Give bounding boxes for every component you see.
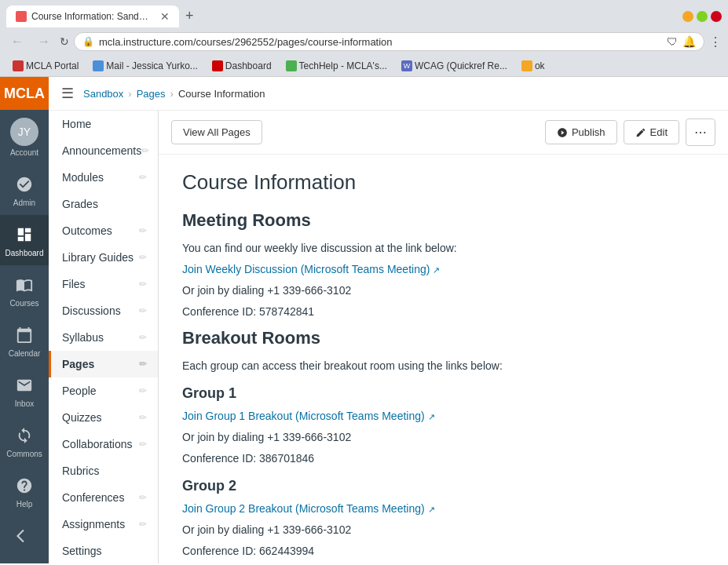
more-options-button[interactable]: ⋯ <box>686 118 715 146</box>
browser-titlebar: Course Information: Sandbox Cou... ✕ + <box>0 0 728 27</box>
course-nav-discussions[interactable]: Discussions ✏ <box>49 297 158 324</box>
bookmark-favicon <box>212 60 223 71</box>
view-all-pages-button[interactable]: View All Pages <box>171 120 262 144</box>
bookmark-dashboard[interactable]: Dashboard <box>206 58 278 74</box>
bookmark-ok[interactable]: ok <box>515 58 551 74</box>
course-nav-syllabus[interactable]: Syllabus ✏ <box>49 324 158 351</box>
bookmark-favicon <box>286 60 297 71</box>
hamburger-button[interactable]: ☰ <box>61 85 74 102</box>
avatar: JY <box>10 118 38 146</box>
weekly-discussion-link[interactable]: Join Weekly Discussion (Microsoft Teams … <box>182 263 440 275</box>
group2-link[interactable]: Join Group 2 Breakout (Microsoft Teams M… <box>182 502 435 515</box>
weekly-discussion-link-container: Join Weekly Discussion (Microsoft Teams … <box>182 261 704 278</box>
course-nav-collaborations[interactable]: Collaborations ✏ <box>49 431 158 457</box>
course-nav-settings[interactable]: Settings <box>49 538 158 563</box>
nav-label-settings: Settings <box>62 545 102 557</box>
course-nav-pages[interactable]: Pages ✏ <box>49 351 158 377</box>
nav-label-rubrics: Rubrics <box>62 465 99 477</box>
course-nav-quizzes[interactable]: Quizzes ✏ <box>49 404 158 431</box>
refresh-button[interactable]: ↻ <box>60 35 69 48</box>
close-button[interactable] <box>711 11 722 22</box>
edit-icon: ✏ <box>139 252 147 263</box>
inbox-icon <box>13 374 36 397</box>
nav-item-dashboard[interactable]: Dashboard <box>0 215 49 265</box>
back-button[interactable]: ← <box>6 33 28 50</box>
course-nav-announcements[interactable]: Announcements ✏ <box>49 137 158 164</box>
group1-link[interactable]: Join Group 1 Breakout (Microsoft Teams M… <box>182 410 435 422</box>
nav-label-admin: Admin <box>13 199 35 207</box>
course-nav-home[interactable]: Home <box>49 111 158 137</box>
nav-label-syllabus: Syllabus <box>62 331 104 344</box>
close-tab-icon[interactable]: ✕ <box>160 10 170 23</box>
address-bar[interactable]: 🔒 mcla.instructure.com/courses/2962552/p… <box>74 32 704 51</box>
course-nav-conferences[interactable]: Conferences ✏ <box>49 484 158 511</box>
course-nav-library-guides[interactable]: Library Guides ✏ <box>49 244 158 271</box>
new-tab-button[interactable]: + <box>179 5 200 27</box>
course-nav-rubrics[interactable]: Rubrics <box>49 457 158 484</box>
bookmark-wcag[interactable]: W WCAG (Quickref Re... <box>395 58 514 74</box>
edit-icon: ✏ <box>139 519 147 530</box>
bookmark-favicon <box>521 60 532 71</box>
calendar-icon <box>13 323 36 347</box>
minimize-button[interactable] <box>682 11 693 22</box>
edit-icon: ✏ <box>139 332 147 343</box>
nav-label-dashboard: Dashboard <box>5 249 44 257</box>
nav-collapse-button[interactable] <box>0 516 49 556</box>
nav-label-collaborations: Collaborations <box>62 438 133 450</box>
group2-dial: Or join by dialing +1 339-666-3102 <box>182 522 704 538</box>
course-nav: Home Announcements ✏ Modules ✏ Grades Ou… <box>49 111 159 563</box>
meeting-dial-info: Or join by dialing +1 339-666-3102 <box>182 282 704 299</box>
commons-icon <box>13 424 36 447</box>
bookmark-techhelp[interactable]: TechHelp - MCLA's... <box>280 58 393 74</box>
courses-icon <box>13 273 36 297</box>
breadcrumb-pages[interactable]: Pages <box>137 88 166 100</box>
course-nav-assignments[interactable]: Assignments ✏ <box>49 511 158 538</box>
edit-icon: ✏ <box>139 385 147 396</box>
meeting-rooms-intro: You can find our weekly live discussion … <box>182 240 704 257</box>
notification-icon: 🔔 <box>682 35 696 48</box>
nav-label-people: People <box>62 385 97 397</box>
publish-icon <box>557 127 568 138</box>
breadcrumb-sandbox[interactable]: Sandbox <box>83 88 123 100</box>
course-nav-files[interactable]: Files ✏ <box>49 271 158 297</box>
publish-label: Publish <box>572 126 605 138</box>
external-link-icon: ↗ <box>428 412 435 421</box>
edit-label: Edit <box>650 126 668 138</box>
address-text: mcla.instructure.com/courses/2962552/pag… <box>99 36 662 48</box>
global-nav: MCLA JY Account Admin Dashboard Courses <box>0 77 49 563</box>
mcla-logo[interactable]: MCLA <box>0 77 49 110</box>
browser-menu-button[interactable]: ⋮ <box>709 35 722 49</box>
forward-button[interactable]: → <box>33 33 55 50</box>
course-nav-grades[interactable]: Grades <box>49 191 158 217</box>
group2-conf: Conference ID: 662443994 <box>182 543 704 560</box>
nav-item-calendar[interactable]: Calendar <box>0 315 49 366</box>
course-nav-outcomes[interactable]: Outcomes ✏ <box>49 217 158 244</box>
shield-icon: 🛡 <box>667 35 678 48</box>
publish-button[interactable]: Publish <box>545 120 617 144</box>
nav-item-help[interactable]: Help <box>0 466 49 516</box>
nav-label-help: Help <box>16 500 33 508</box>
course-nav-modules[interactable]: Modules ✏ <box>49 164 158 191</box>
nav-item-admin[interactable]: Admin <box>0 165 49 215</box>
nav-item-courses[interactable]: Courses <box>0 265 49 315</box>
edit-button[interactable]: Edit <box>624 120 679 144</box>
course-nav-people[interactable]: People ✏ <box>49 377 158 404</box>
nav-label-home: Home <box>62 118 91 130</box>
bookmarks-bar: MCLA Portal Mail - Jessica Yurko... Dash… <box>0 56 728 77</box>
admin-icon <box>13 173 36 196</box>
nav-label-inbox: Inbox <box>15 399 34 408</box>
nav-label-library-guides: Library Guides <box>62 251 134 264</box>
page-title: Course Information <box>182 170 704 195</box>
browser-tab[interactable]: Course Information: Sandbox Cou... ✕ <box>6 5 179 27</box>
nav-label-commons: Commons <box>6 450 42 458</box>
bookmark-mcla-portal[interactable]: MCLA Portal <box>6 58 85 74</box>
nav-label-outcomes: Outcomes <box>62 224 112 237</box>
nav-item-account[interactable]: JY Account <box>0 110 49 165</box>
nav-label-discussions: Discussions <box>62 304 121 317</box>
nav-item-commons[interactable]: Commons <box>0 416 49 466</box>
nav-item-inbox[interactable]: Inbox <box>0 366 49 416</box>
bookmark-label: TechHelp - MCLA's... <box>299 60 387 71</box>
bookmark-mail[interactable]: Mail - Jessica Yurko... <box>86 58 203 74</box>
bookmark-favicon: W <box>401 60 412 71</box>
maximize-button[interactable] <box>697 11 708 22</box>
